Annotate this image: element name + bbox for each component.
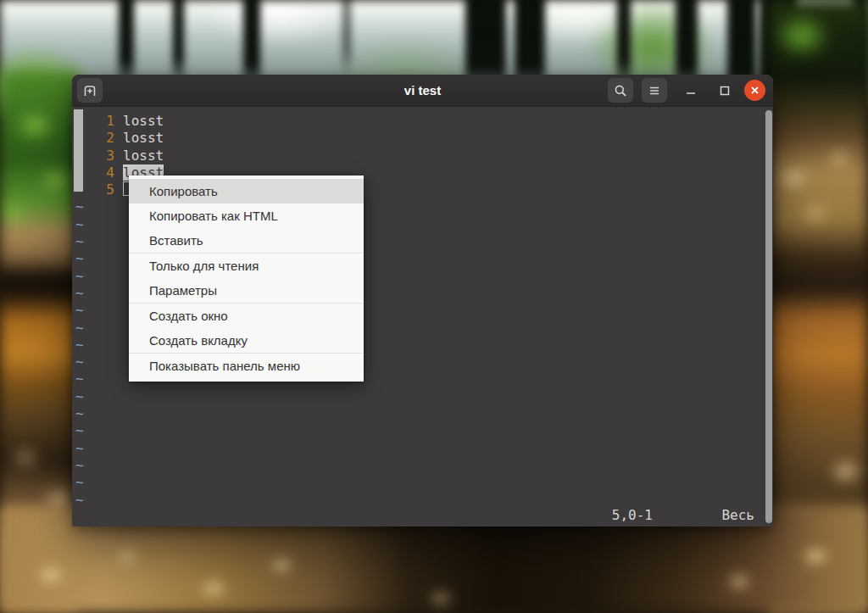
empty-buffer-line: ~ [72, 492, 773, 509]
tilde-marker: ~ [72, 302, 84, 319]
app-menu-button[interactable] [642, 78, 667, 103]
tilde-marker: ~ [72, 405, 84, 422]
window-title: vi test [72, 75, 773, 106]
scroll-indicator: Весь [721, 507, 754, 524]
new-tab-button[interactable] [77, 78, 103, 103]
menu-item[interactable]: Копировать [129, 179, 364, 203]
menu-item[interactable]: Создать окно [129, 304, 364, 328]
tilde-marker: ~ [72, 457, 84, 474]
tilde-marker: ~ [72, 354, 84, 371]
empty-buffer-line: ~ [72, 440, 773, 457]
close-button[interactable] [744, 80, 765, 101]
hamburger-menu-icon [648, 84, 661, 98]
menu-item[interactable]: Только для чтения [129, 254, 364, 278]
menu-item[interactable]: Создать вкладку [129, 328, 364, 353]
scrollbar-thumb[interactable] [765, 110, 772, 523]
empty-buffer-line: ~ [72, 422, 773, 439]
line-text: losst [123, 113, 164, 130]
tilde-marker: ~ [72, 440, 84, 457]
search-button[interactable] [608, 78, 633, 103]
context-menu: КопироватьКопировать как HTMLВставитьТол… [129, 176, 364, 382]
minimize-button[interactable] [685, 75, 697, 106]
maximize-button[interactable] [718, 75, 732, 106]
wallpaper-tree-trunk [342, 0, 351, 75]
tilde-marker: ~ [72, 285, 84, 302]
desktop: vi test [0, 0, 868, 613]
tilde-marker: ~ [72, 268, 84, 285]
empty-buffer-line: ~ [72, 405, 773, 422]
empty-buffer-line: ~ [72, 474, 773, 491]
vi-statusline: 5,0-1 Весь [72, 507, 773, 524]
left-scrollbar-block[interactable] [74, 109, 83, 192]
line-text: losst [123, 148, 164, 164]
tilde-marker: ~ [72, 388, 84, 405]
tilde-marker: ~ [72, 422, 84, 439]
tilde-marker: ~ [72, 320, 84, 337]
menu-item[interactable]: Параметры [129, 278, 364, 303]
empty-buffer-line: ~ [72, 457, 773, 474]
buffer-line: 1losst [72, 113, 773, 130]
titlebar[interactable]: vi test [72, 75, 773, 107]
line-text: losst [123, 130, 164, 147]
minimize-icon [686, 86, 696, 96]
tilde-marker: ~ [72, 198, 84, 215]
tilde-marker: ~ [72, 474, 84, 491]
menu-item[interactable]: Показывать панель меню [129, 354, 364, 378]
tab-new-icon [83, 84, 97, 98]
cursor-position: 5,0-1 [612, 507, 653, 524]
empty-buffer-line: ~ [72, 388, 773, 405]
close-icon [750, 86, 760, 95]
maximize-icon [720, 86, 730, 96]
tilde-marker: ~ [72, 250, 84, 267]
tilde-marker: ~ [72, 216, 84, 233]
tilde-marker: ~ [72, 371, 84, 387]
tilde-marker: ~ [72, 233, 84, 250]
menu-item[interactable]: Копировать как HTML [129, 203, 364, 228]
tilde-marker: ~ [72, 337, 84, 354]
buffer-line: 3losst [72, 148, 773, 164]
menu-item[interactable]: Вставить [129, 228, 364, 253]
buffer-line: 2losst [72, 130, 773, 147]
tilde-marker: ~ [72, 492, 84, 509]
search-icon [614, 84, 627, 98]
